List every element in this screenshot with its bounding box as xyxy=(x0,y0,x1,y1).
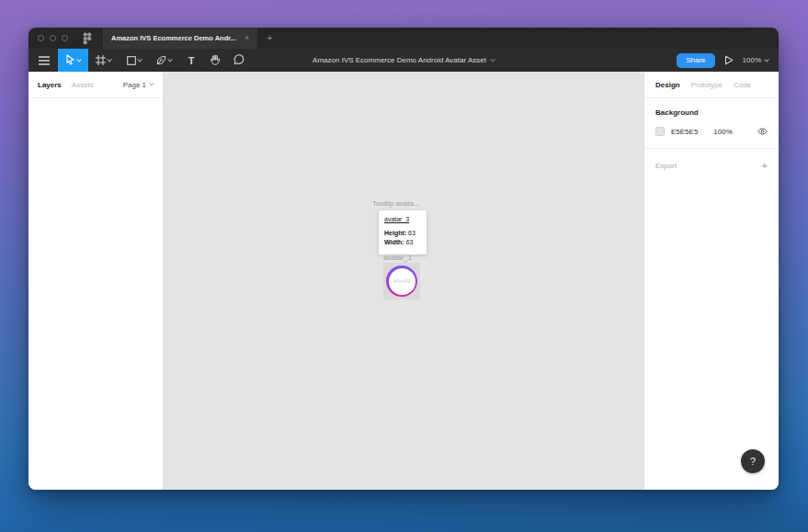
tooltip-dimensions: Height: 63 Width: 63 xyxy=(384,229,421,247)
avatar-size-text: 49×49 xyxy=(393,278,410,284)
minimize-window-button[interactable] xyxy=(50,35,56,41)
chevron-down-icon xyxy=(490,56,495,62)
page-selector-label: Page 1 xyxy=(123,81,146,89)
traffic-lights xyxy=(38,35,68,41)
tab-assets[interactable]: Assets xyxy=(72,81,94,89)
document-tab-title: Amazon IVS Ecommerce Demo Andr... xyxy=(111,34,236,42)
pen-icon xyxy=(156,52,166,69)
background-color-hex[interactable]: E5E5E5 xyxy=(671,128,698,136)
background-color-row[interactable]: E5E5E5 100% xyxy=(655,127,768,136)
cursor-icon xyxy=(65,52,75,69)
chevron-down-icon[interactable] xyxy=(167,56,173,62)
tab-layers[interactable]: Layers xyxy=(38,81,62,89)
design-canvas[interactable]: Tooltip avata... avatar_3 Height: 63 Wid… xyxy=(164,72,643,490)
main-toolbar: T Amazon IVS Ecommerce Demo Android Avat… xyxy=(28,49,779,72)
frame-tool-button[interactable] xyxy=(88,49,119,72)
window-tab-bar: Amazon IVS Ecommerce Demo Andr... × + xyxy=(28,28,779,49)
avatar-gradient-ring: 49×49 xyxy=(386,266,417,297)
page-selector[interactable]: Page 1 xyxy=(123,81,154,89)
left-sidebar: Layers Assets Page 1 xyxy=(28,72,164,490)
comment-bubble-icon xyxy=(233,52,245,69)
frame-icon xyxy=(96,52,106,69)
hamburger-icon xyxy=(39,52,50,69)
tooltip-height-row: Height: 63 xyxy=(384,229,421,238)
avatar-frame[interactable]: 49×49 xyxy=(383,263,420,300)
tooltip-width-label: Width: xyxy=(384,239,404,245)
zoom-level-value: 100% xyxy=(743,56,761,64)
share-button[interactable]: Share xyxy=(677,53,714,68)
figma-logo-icon xyxy=(83,32,92,45)
right-sidebar: Design Prototype Code Background E5E5E5 … xyxy=(643,72,779,490)
chevron-down-icon[interactable] xyxy=(76,56,82,62)
chevron-down-icon[interactable] xyxy=(137,56,142,62)
export-section: Export + xyxy=(644,149,779,183)
hand-icon xyxy=(210,52,221,69)
tab-prototype[interactable]: Prototype xyxy=(691,81,723,89)
visibility-eye-icon[interactable] xyxy=(757,128,768,135)
help-button[interactable]: ? xyxy=(741,449,765,473)
chevron-down-icon xyxy=(764,56,769,62)
toolbar-right-group: Share 100% xyxy=(677,52,779,69)
close-window-button[interactable] xyxy=(38,35,44,41)
export-section-title: Export xyxy=(655,162,677,170)
rectangle-icon xyxy=(127,52,136,69)
tooltip-component[interactable]: avatar_3 Height: 63 Width: 63 xyxy=(379,210,427,255)
main-area: Layers Assets Page 1 Tooltip avata... av… xyxy=(28,72,779,490)
avatar-frame-name-label[interactable]: avatar_1 xyxy=(383,254,412,262)
background-opacity[interactable]: 100% xyxy=(713,128,732,136)
main-menu-button[interactable] xyxy=(30,49,58,72)
left-sidebar-header: Layers Assets Page 1 xyxy=(28,72,163,98)
avatar-placeholder: 49×49 xyxy=(389,268,415,295)
pen-tool-button[interactable] xyxy=(149,49,179,72)
background-section-title: Background xyxy=(655,108,768,117)
background-section: Background E5E5E5 100% xyxy=(644,98,779,149)
present-button[interactable] xyxy=(724,52,734,69)
hand-tool-button[interactable] xyxy=(203,49,227,72)
move-tool-button[interactable] xyxy=(58,49,88,72)
shape-tool-button[interactable] xyxy=(119,49,149,72)
zoom-window-button[interactable] xyxy=(62,35,68,41)
document-title-menu[interactable]: Amazon IVS Ecommerce Demo Android Avatar… xyxy=(313,49,495,72)
tooltip-avatar-link: avatar_3 xyxy=(384,216,421,222)
text-tool-button[interactable]: T xyxy=(179,49,203,72)
document-title: Amazon IVS Ecommerce Demo Android Avatar… xyxy=(313,56,486,64)
tab-close-icon[interactable]: × xyxy=(245,34,249,42)
comment-tool-button[interactable] xyxy=(227,49,251,72)
tooltip-width-value: 63 xyxy=(406,239,414,245)
tooltip-height-value: 63 xyxy=(408,230,415,236)
new-tab-button[interactable]: + xyxy=(267,33,272,43)
chevron-down-icon xyxy=(149,81,154,86)
frame-name-label[interactable]: Tooltip avata... xyxy=(372,199,420,208)
export-add-button[interactable]: + xyxy=(762,161,768,171)
zoom-level-menu[interactable]: 100% xyxy=(743,56,768,64)
right-sidebar-tabs: Design Prototype Code xyxy=(644,72,779,98)
tab-design[interactable]: Design xyxy=(655,81,680,89)
color-swatch[interactable] xyxy=(655,127,665,136)
tab-code[interactable]: Code xyxy=(734,81,751,89)
tooltip-height-label: Height: xyxy=(384,230,406,236)
chevron-down-icon[interactable] xyxy=(107,56,112,62)
text-tool-icon: T xyxy=(188,55,195,66)
tooltip-width-row: Width: 63 xyxy=(384,238,421,247)
document-tab[interactable]: Amazon IVS Ecommerce Demo Andr... × xyxy=(103,28,257,49)
figma-window: Amazon IVS Ecommerce Demo Andr... × + xyxy=(28,28,779,490)
